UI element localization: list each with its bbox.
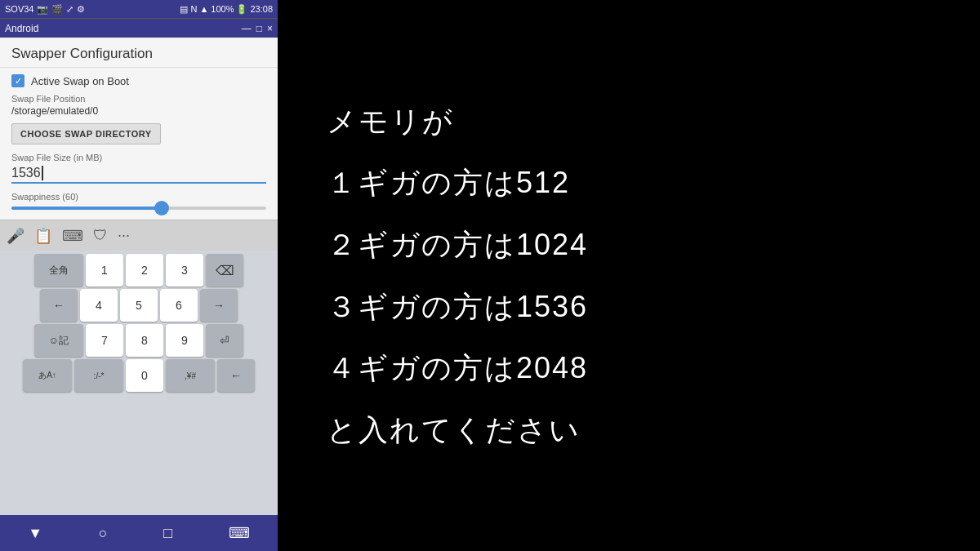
key-8[interactable]: 8 xyxy=(126,324,163,357)
key-4[interactable]: 4 xyxy=(80,289,118,322)
key-3[interactable]: 3 xyxy=(166,254,203,287)
keyboard-icon[interactable]: ⌨ xyxy=(62,227,83,245)
device-name: SOV34 xyxy=(5,4,33,14)
key-right[interactable]: → xyxy=(200,289,238,322)
key-6[interactable]: 6 xyxy=(160,289,198,322)
key-2[interactable]: 2 xyxy=(126,254,163,287)
slider-fill xyxy=(11,207,164,210)
keyboard-area: 全角 1 2 3 ⌫ ← 4 5 6 → ☺記 7 8 9 ⏎ あA↑ xyxy=(0,251,278,515)
active-swap-checkbox[interactable] xyxy=(11,74,24,87)
swap-file-size-value: 1536 xyxy=(11,166,41,180)
key-5[interactable]: 5 xyxy=(120,289,158,322)
text-cursor xyxy=(42,166,43,180)
active-swap-row[interactable]: Active Swap on Boot xyxy=(11,74,266,87)
jp-line-1: メモリが xyxy=(327,98,454,145)
swappiness-slider[interactable] xyxy=(11,207,266,210)
app-title: Swapper Configuration xyxy=(11,46,266,62)
jp-line-6: と入れてください xyxy=(327,407,581,454)
keyboard-row-1: 全角 1 2 3 ⌫ xyxy=(2,254,275,287)
video-icon: 🎬 xyxy=(51,4,63,15)
close-button[interactable]: × xyxy=(267,23,273,34)
status-bar-left: SOV34 📷 🎬 ⤢ ⚙ xyxy=(5,4,85,15)
more-icon[interactable]: ··· xyxy=(118,227,130,244)
key-kana[interactable]: あA↑ xyxy=(23,359,72,392)
nav-bar: ▼ ○ □ ⌨ xyxy=(0,515,278,551)
swap-file-size-label: Swap File Size (in MB) xyxy=(11,153,266,162)
network-icon: N xyxy=(190,4,197,14)
back-button[interactable]: ▼ xyxy=(28,525,42,542)
config-section: Active Swap on Boot Swap File Position /… xyxy=(0,68,278,220)
minimize-button[interactable]: — xyxy=(242,23,252,34)
key-backspace[interactable]: ⌫ xyxy=(206,254,243,287)
key-left[interactable]: ← xyxy=(40,289,78,322)
jp-line-5: ４ギガの方は2048 xyxy=(327,344,588,392)
key-emoji[interactable]: ☺記 xyxy=(34,324,83,357)
battery-icon: 🔋 xyxy=(236,4,247,15)
jp-line-4: ３ギガの方は1536 xyxy=(327,283,588,331)
key-zenkaku[interactable]: 全角 xyxy=(34,254,83,287)
clock: 23:08 xyxy=(250,4,273,14)
key-symbols[interactable]: :/-* xyxy=(74,359,123,392)
signal-icon: ▤ xyxy=(180,4,188,15)
swap-file-size-input[interactable]: 1536 xyxy=(11,166,266,184)
key-del-back[interactable]: ← xyxy=(217,359,255,392)
keyboard-row-3: ☺記 7 8 9 ⏎ xyxy=(2,324,275,357)
window-title-bar: Android — □ × xyxy=(0,18,278,38)
home-button[interactable]: ○ xyxy=(99,525,108,542)
swap-position-label: Swap File Position xyxy=(11,94,266,104)
slider-thumb[interactable] xyxy=(154,201,169,216)
swappiness-label: Swappiness (60) xyxy=(11,192,266,202)
phone-panel: SOV34 📷 🎬 ⤢ ⚙ ▤ N ▲ 100% 🔋 23:08 Android… xyxy=(0,0,278,551)
key-1[interactable]: 1 xyxy=(86,254,123,287)
status-bar-right: ▤ N ▲ 100% 🔋 23:08 xyxy=(180,4,273,15)
status-bar: SOV34 📷 🎬 ⤢ ⚙ ▤ N ▲ 100% 🔋 23:08 xyxy=(0,0,278,18)
key-7[interactable]: 7 xyxy=(86,324,123,357)
mic-icon[interactable]: 🎤 xyxy=(7,227,24,245)
jp-line-3: ２ギガの方は1024 xyxy=(327,221,588,269)
key-punct[interactable]: ,¥# xyxy=(166,359,215,392)
keyboard-button[interactable]: ⌨ xyxy=(229,524,250,542)
right-panel: メモリが １ギガの方は512 ２ギガの方は1024 ３ギガの方は1536 ４ギガ… xyxy=(278,0,980,551)
recent-button[interactable]: □ xyxy=(163,525,172,542)
keyboard-row-4: あA↑ :/-* 0 ,¥# ← xyxy=(2,359,275,392)
keyboard-row-2: ← 4 5 6 → xyxy=(2,289,275,322)
clipboard-icon[interactable]: 📋 xyxy=(34,227,52,245)
camera-icon: 📷 xyxy=(37,4,48,15)
settings-icon: ⚙ xyxy=(77,4,85,15)
key-0[interactable]: 0 xyxy=(126,359,163,392)
expand-icon: ⤢ xyxy=(66,4,74,15)
battery-level: 100% xyxy=(211,4,234,14)
choose-swap-directory-button[interactable]: CHOOSE SWAP DIRECTORY xyxy=(11,123,161,144)
window-title: Android xyxy=(5,23,38,34)
key-enter[interactable]: ⏎ xyxy=(206,324,243,357)
app-content: Swapper Configuration Active Swap on Boo… xyxy=(0,38,278,551)
keyboard-toolbar: 🎤 📋 ⌨ 🛡 ··· xyxy=(0,220,278,251)
window-controls[interactable]: — □ × xyxy=(242,23,273,34)
jp-line-2: １ギガの方は512 xyxy=(327,159,570,207)
active-swap-label: Active Swap on Boot xyxy=(31,75,129,87)
shield-icon[interactable]: 🛡 xyxy=(93,227,108,244)
maximize-button[interactable]: □ xyxy=(256,23,262,34)
wifi-icon: ▲ xyxy=(199,4,208,14)
key-9[interactable]: 9 xyxy=(166,324,203,357)
app-header: Swapper Configuration xyxy=(0,38,278,68)
swap-position-value: /storage/emulated/0 xyxy=(11,105,266,117)
